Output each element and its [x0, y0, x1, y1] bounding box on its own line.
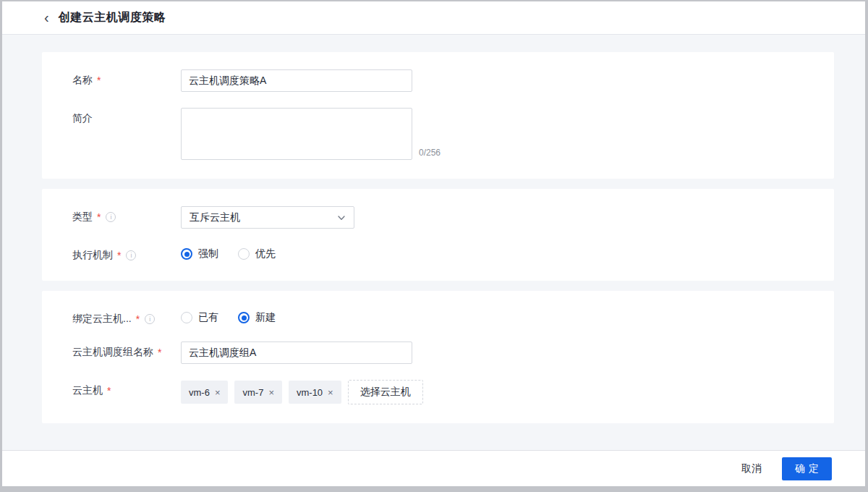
page-title: 创建云主机调度策略: [59, 10, 166, 25]
required-asterisk: *: [97, 75, 101, 86]
bind-group-label-group: 绑定云主机...* i: [72, 308, 181, 326]
close-icon[interactable]: ×: [268, 388, 274, 397]
group-name-input[interactable]: [181, 342, 412, 364]
radio-unselected-icon: [238, 248, 250, 260]
radio-label: 优先: [255, 247, 276, 260]
type-label: 类型: [72, 211, 93, 224]
name-control: [181, 69, 412, 92]
intro-label-group: 简介: [72, 108, 181, 125]
mechanism-label-group: 执行机制* i: [72, 245, 181, 262]
radio-mandatory[interactable]: 强制: [181, 247, 218, 260]
radio-existing[interactable]: 已有: [181, 311, 218, 324]
required-asterisk: *: [97, 211, 101, 223]
group-name-control: [181, 342, 412, 364]
cancel-button[interactable]: 取消: [741, 462, 762, 475]
radio-label: 新建: [255, 311, 276, 324]
name-input[interactable]: [181, 69, 412, 92]
vm-tag-label: vm-6: [189, 387, 210, 398]
vms-label-group: 云主机*: [72, 380, 181, 397]
bind-group-label: 绑定云主机...: [72, 313, 132, 326]
bind-group-row: 绑定云主机...* i 已有 新建: [72, 308, 834, 326]
vms-label: 云主机: [72, 384, 103, 397]
form-content: 名称* 简介 0/256 类型* i: [2, 35, 865, 450]
name-label-group: 名称*: [72, 69, 181, 87]
vm-tag: vm-6 ×: [181, 381, 228, 404]
group-name-row: 云主机调度组名称*: [72, 342, 834, 364]
radio-selected-icon: [181, 248, 192, 260]
mechanism-label: 执行机制: [72, 249, 113, 262]
vms-control: vm-6 × vm-7 × vm-10 × 选择云主机: [181, 380, 423, 404]
group-name-label-group: 云主机调度组名称*: [72, 342, 181, 359]
info-icon[interactable]: i: [126, 250, 136, 260]
intro-control: 0/256: [181, 108, 441, 160]
type-select-value: 互斥云主机: [190, 211, 240, 224]
vm-tag-label: vm-7: [242, 387, 263, 398]
page-header: ‹ 创建云主机调度策略: [2, 1, 865, 35]
name-row: 名称*: [72, 69, 834, 92]
basic-info-card: 名称* 简介 0/256: [42, 52, 834, 179]
vms-row: 云主机* vm-6 × vm-7 × vm-10 × 选择云主机: [72, 380, 834, 404]
type-row: 类型* i 互斥云主机: [72, 206, 834, 229]
char-counter: 0/256: [419, 148, 441, 160]
close-icon[interactable]: ×: [215, 388, 221, 397]
radio-label: 已有: [198, 311, 218, 324]
footer-action-bar: 取消 确定: [2, 450, 865, 486]
binding-card: 绑定云主机...* i 已有 新建 云主机调度组名称*: [42, 291, 834, 423]
close-icon[interactable]: ×: [328, 388, 333, 397]
info-icon[interactable]: i: [106, 212, 116, 222]
create-scheduling-policy-page: ‹ 创建云主机调度策略 名称* 简介 0/256: [0, 0, 868, 492]
required-asterisk: *: [117, 250, 121, 261]
intro-textarea[interactable]: [181, 108, 412, 160]
name-label: 名称: [72, 74, 93, 87]
group-name-label: 云主机调度组名称: [72, 346, 153, 359]
mechanism-row: 执行机制* i 强制 优先: [72, 245, 834, 262]
vm-tag-label: vm-10: [297, 387, 323, 398]
confirm-button[interactable]: 确定: [782, 457, 832, 480]
required-asterisk: *: [158, 347, 161, 358]
type-select[interactable]: 互斥云主机: [181, 206, 354, 229]
policy-type-card: 类型* i 互斥云主机 执行机制* i: [42, 189, 834, 281]
radio-selected-icon: [238, 312, 250, 323]
info-icon[interactable]: i: [145, 314, 155, 324]
bind-group-radio-group: 已有 新建: [181, 308, 276, 324]
type-label-group: 类型* i: [72, 206, 181, 224]
back-icon[interactable]: ‹: [44, 10, 49, 25]
vm-tag: vm-7 ×: [234, 381, 281, 404]
chevron-down-icon: [337, 213, 346, 222]
radio-unselected-icon: [181, 312, 192, 323]
radio-label: 强制: [198, 247, 218, 260]
radio-new[interactable]: 新建: [238, 311, 276, 324]
select-vm-button[interactable]: 选择云主机: [348, 380, 423, 404]
intro-label: 简介: [72, 112, 93, 125]
type-control: 互斥云主机: [181, 206, 354, 229]
radio-priority[interactable]: 优先: [238, 247, 276, 260]
mechanism-radio-group: 强制 优先: [181, 245, 276, 260]
vm-tag: vm-10 ×: [289, 381, 341, 404]
intro-row: 简介 0/256: [72, 108, 834, 160]
required-asterisk: *: [107, 385, 111, 396]
required-asterisk: *: [136, 313, 140, 325]
